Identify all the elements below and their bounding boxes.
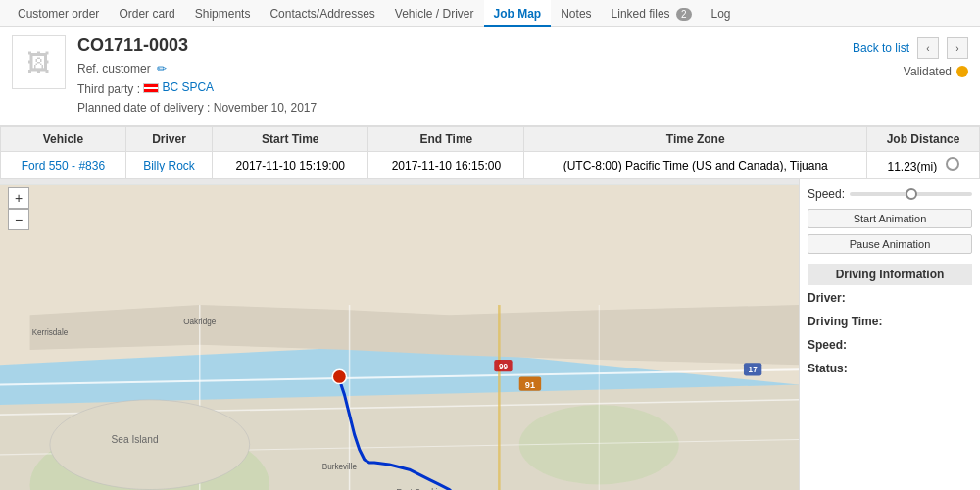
driving-info-section: Driving Information Driver: Driving Time… [808,264,972,385]
svg-text:Burkeville: Burkeville [322,463,358,471]
speed-control: Speed: [808,187,972,201]
linked-files-badge: 2 [676,8,692,21]
third-party-label: Third party : [77,82,140,96]
col-end-time: End Time [368,127,524,152]
speed-info-label: Speed: [808,338,881,352]
order-logo-icon: 🖼 [27,49,51,76]
speed-info-row: Speed: [808,338,972,352]
nav-contacts-addresses[interactable]: Contacts/Addresses [260,0,384,27]
nav-notes[interactable]: Notes [551,0,601,27]
nav-shipments-label: Shipments [195,7,251,21]
bc-flag-icon [143,83,159,93]
zoom-out-button[interactable]: − [8,209,29,230]
nav-log[interactable]: Log [702,0,741,27]
nav-log-label: Log [711,7,731,21]
svg-point-32 [332,369,346,383]
table-header-row: Vehicle Driver Start Time End Time Time … [1,127,980,152]
prev-record-button[interactable]: ‹ [917,37,939,59]
driver-info-row: Driver: [808,291,972,305]
driving-info-title: Driving Information [808,264,972,285]
svg-point-19 [50,400,250,490]
driver-label: Driver: [808,291,881,305]
map-svg: 91 17 99 Sea Island Lulu Island Sturgeon… [0,179,799,490]
validated-label: Validated [904,65,952,78]
cell-end-time: 2017-11-10 16:15:00 [368,152,524,179]
ref-label: Ref. customer [77,62,151,75]
svg-text:91: 91 [525,380,535,390]
next-record-button[interactable]: › [947,37,968,59]
driving-time-row: Driving Time: [808,315,972,328]
order-info: CO1711-0003 Ref. customer ✏ Third party … [77,35,968,118]
nav-order-card-label: Order card [119,7,174,21]
order-logo: 🖼 [12,35,66,89]
svg-text:Kerrisdale: Kerrisdale [32,328,69,337]
col-start-time: Start Time [213,127,368,152]
cell-start-time: 2017-11-10 15:19:00 [213,152,368,179]
cell-vehicle: Ford 550 - #836 [1,152,126,179]
speed-label: Speed: [808,187,845,201]
col-vehicle: Vehicle [1,127,126,152]
top-navigation: Customer order Order card Shipments Cont… [0,0,980,27]
status-label: Status: [808,362,881,375]
nav-job-map[interactable]: Job Map [484,0,552,27]
back-to-list-link[interactable]: Back to list [853,41,909,55]
job-distance-value: 11.23(mi) [888,160,938,173]
nav-customer-order-label: Customer order [18,7,99,21]
nav-order-card[interactable]: Order card [109,0,184,27]
delivery-label: Planned date of delivery : [77,101,210,115]
order-header: 🖼 CO1711-0003 Ref. customer ✏ Third part… [0,27,980,126]
job-table: Vehicle Driver Start Time End Time Time … [0,126,980,179]
cell-driver: Billy Rock [125,152,213,179]
svg-text:Sea Island: Sea Island [111,434,158,445]
map-controls: + − [8,187,29,230]
right-panel: Speed: Start Animation Pause Animation D… [799,179,980,490]
cell-job-distance: 11.23(mi) [867,152,980,179]
cell-time-zone: (UTC-8:00) Pacific Time (US and Canada),… [524,152,867,179]
nav-customer-order[interactable]: Customer order [8,0,109,27]
nav-vehicle-driver[interactable]: Vehicle / Driver [385,0,484,27]
validated-badge: Validated [904,65,968,78]
table-row: Ford 550 - #836 Billy Rock 2017-11-10 15… [1,152,980,179]
nav-linked-files[interactable]: Linked files 2 [602,0,702,27]
order-ref: Ref. customer ✏ [77,60,968,78]
order-id: CO1711-0003 [77,35,968,56]
driving-time-label: Driving Time: [808,315,882,328]
main-content: + − 91 [0,179,980,490]
order-third-party: Third party : BC SPCA [77,78,968,99]
col-driver: Driver [125,127,213,152]
select-row-radio[interactable] [946,157,959,171]
speed-thumb [906,188,917,200]
map-container[interactable]: + − 91 [0,179,799,490]
col-job-distance: Job Distance [867,127,980,152]
status-row: Status: [808,362,972,375]
header-actions: Back to list ‹ › [853,37,968,59]
speed-slider[interactable] [850,192,972,196]
delivery-date: November 10, 2017 [214,101,317,115]
third-party-badge: BC SPCA [143,78,214,97]
svg-text:99: 99 [499,363,509,371]
order-delivery-date: Planned date of delivery : November 10, … [77,99,968,118]
nav-job-map-label: Job Map [494,7,542,21]
nav-contacts-addresses-label: Contacts/Addresses [270,7,374,21]
nav-shipments[interactable]: Shipments [185,0,261,27]
third-party-link[interactable]: BC SPCA [162,78,214,97]
vehicle-link[interactable]: Ford 550 - #836 [22,159,105,172]
nav-notes-label: Notes [561,7,591,21]
svg-text:17: 17 [749,366,759,374]
edit-icon[interactable]: ✏ [157,62,167,75]
svg-text:Oakridge: Oakridge [183,318,216,327]
col-time-zone: Time Zone [524,127,867,152]
driver-link[interactable]: Billy Rock [143,159,195,172]
nav-vehicle-driver-label: Vehicle / Driver [395,7,474,21]
validated-status-icon [956,66,968,77]
nav-linked-files-label: Linked files [612,7,670,21]
pause-animation-button[interactable]: Pause Animation [808,234,972,254]
zoom-in-button[interactable]: + [8,187,29,209]
start-animation-button[interactable]: Start Animation [808,209,972,228]
